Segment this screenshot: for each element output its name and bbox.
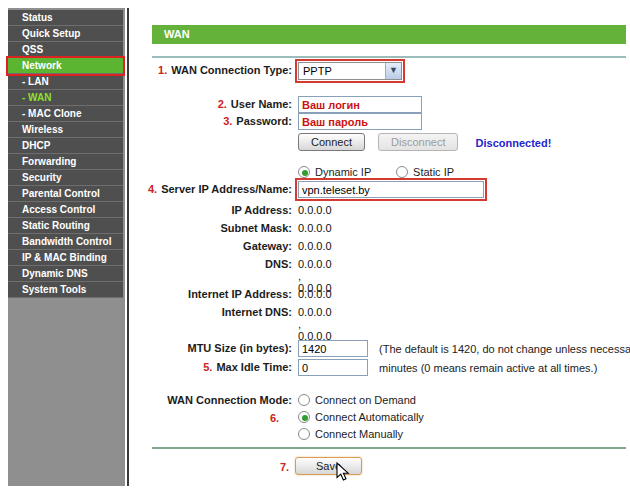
sidebar-item-system-tools[interactable]: System Tools xyxy=(8,282,123,298)
dynamic-ip-option[interactable]: Dynamic IP xyxy=(298,166,374,178)
step-number-7: 7. xyxy=(280,461,289,473)
connect-on-demand-radio[interactable] xyxy=(298,394,310,406)
sidebar-item-parental-control[interactable]: Parental Control xyxy=(8,186,123,202)
disconnect-button[interactable]: Disconnect xyxy=(378,133,458,151)
gateway-value: 0.0.0.0 xyxy=(298,240,332,252)
user-name-input[interactable] xyxy=(298,96,422,113)
chevron-down-icon[interactable]: ▼ xyxy=(385,63,401,79)
subnet-mask-label: Subnet Mask: xyxy=(140,222,292,234)
sidebar-item-access-control[interactable]: Access Control xyxy=(8,202,123,218)
sidebar-item-bandwidth-control[interactable]: Bandwidth Control xyxy=(8,234,123,250)
internet-ip-value: 0.0.0.0 xyxy=(298,288,332,300)
mode-label: WAN Connection Mode: xyxy=(140,394,292,406)
footer-divider xyxy=(152,447,626,449)
ip-address-value: 0.0.0.0 xyxy=(298,204,332,216)
step-number-2: 2. xyxy=(218,98,227,110)
static-ip-radio[interactable] xyxy=(396,166,408,178)
sidebar-item-security[interactable]: Security xyxy=(8,170,123,186)
connect-manually-radio[interactable] xyxy=(298,428,310,440)
connect-on-demand-option[interactable]: Connect on Demand xyxy=(298,394,416,406)
page-title: WAN xyxy=(152,25,626,44)
sidebar-item-ip-mac-binding[interactable]: IP & MAC Binding xyxy=(8,250,123,266)
sidebar-divider xyxy=(127,8,129,486)
sidebar-item-mac-clone[interactable]: - MAC Clone xyxy=(8,106,123,122)
sidebar-item-wireless[interactable]: Wireless xyxy=(8,122,123,138)
step-number-5: 5. xyxy=(203,361,212,373)
max-idle-note: minutes (0 means remain active at all ti… xyxy=(379,362,597,374)
sidebar-item-forwarding[interactable]: Forwarding xyxy=(8,154,123,170)
internet-ip-label: Internet IP Address: xyxy=(140,288,292,300)
step-number-4: 4. xyxy=(148,183,157,195)
ip-address-label: IP Address: xyxy=(140,204,292,216)
user-name-label: 2.User Name: xyxy=(140,98,292,110)
step-number-3: 3. xyxy=(223,115,232,127)
subnet-mask-value: 0.0.0.0 xyxy=(298,222,332,234)
sidebar-item-wan[interactable]: - WAN xyxy=(8,90,123,106)
internet-dns-label: Internet DNS: xyxy=(140,306,292,318)
password-label: 3.Password: xyxy=(140,115,292,127)
sidebar-item-dhcp[interactable]: DHCP xyxy=(8,138,123,154)
sidebar-item-lan[interactable]: - LAN xyxy=(8,74,123,90)
max-idle-input[interactable] xyxy=(298,359,368,376)
sidebar-item-qss[interactable]: QSS xyxy=(8,42,123,58)
server-label: 4.Server IP Address/Name: xyxy=(140,183,292,195)
connect-automatically-option[interactable]: Connect Automatically xyxy=(298,411,424,423)
server-address-input[interactable] xyxy=(298,181,484,198)
sidebar-item-static-routing[interactable]: Static Routing xyxy=(8,218,123,234)
mtu-note: (The default is 1420, do not change unle… xyxy=(379,343,630,355)
connect-automatically-radio[interactable] xyxy=(298,411,310,423)
wan-connection-type-value: PPTP xyxy=(303,65,332,77)
header-divider xyxy=(152,56,626,58)
connection-status-text: Disconnected! xyxy=(476,137,552,149)
sidebar-item-network[interactable]: Network xyxy=(8,58,123,74)
mtu-input[interactable] xyxy=(298,340,368,357)
connect-manually-option[interactable]: Connect Manually xyxy=(298,428,403,440)
connect-button[interactable]: Connect xyxy=(298,133,365,151)
sidebar-menu: Status Quick Setup QSS Network - LAN - W… xyxy=(8,10,123,298)
step-number-1: 1. xyxy=(158,64,167,76)
static-ip-option[interactable]: Static IP xyxy=(396,166,454,178)
wan-connection-type-label: 1.WAN Connection Type: xyxy=(140,64,292,76)
internet-dns-value: 0.0.0.0 , 0.0.0.0 xyxy=(298,306,332,342)
step-number-6: 6. xyxy=(270,412,279,424)
mouse-cursor-icon xyxy=(336,462,351,482)
max-idle-label: 5.Max Idle Time: xyxy=(140,361,292,373)
sidebar-item-dynamic-dns[interactable]: Dynamic DNS xyxy=(8,266,123,282)
wan-connection-type-select[interactable]: PPTP ▼ xyxy=(298,62,402,80)
save-button[interactable]: Save xyxy=(295,457,362,475)
sidebar-item-quick-setup[interactable]: Quick Setup xyxy=(8,26,123,42)
dynamic-ip-radio[interactable] xyxy=(298,166,310,178)
password-input[interactable] xyxy=(298,113,422,130)
sidebar-item-status[interactable]: Status xyxy=(8,10,123,26)
gateway-label: Gateway: xyxy=(140,240,292,252)
mtu-label: MTU Size (in bytes): xyxy=(140,342,292,354)
dns-label: DNS: xyxy=(140,258,292,270)
